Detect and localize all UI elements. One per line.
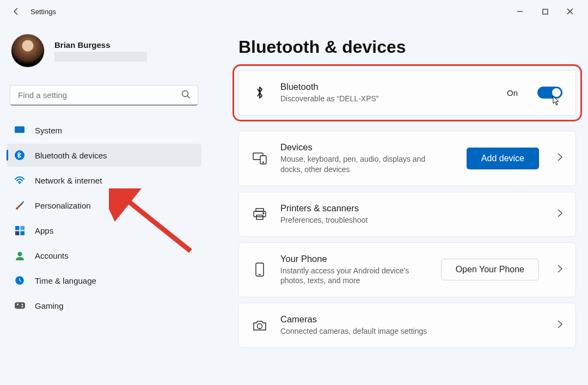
svg-point-19 bbox=[21, 306, 23, 308]
arrow-left-icon bbox=[12, 7, 21, 16]
chevron-right-icon bbox=[558, 209, 562, 220]
svg-rect-13 bbox=[15, 231, 20, 235]
wifi-icon bbox=[14, 175, 25, 186]
card-subtitle: Connected cameras, default image setting… bbox=[280, 326, 539, 337]
svg-rect-12 bbox=[20, 226, 24, 230]
add-device-button[interactable]: Add device bbox=[467, 148, 539, 169]
toggle-state-label: On bbox=[507, 88, 518, 97]
apps-icon bbox=[14, 225, 25, 236]
card-devices[interactable]: Devices Mouse, keyboard, pen, audio, dis… bbox=[238, 131, 576, 186]
svg-rect-14 bbox=[20, 231, 24, 235]
card-title: Your Phone bbox=[280, 254, 428, 264]
card-your-phone[interactable]: Your Phone Instantly access your Android… bbox=[238, 242, 576, 298]
system-icon bbox=[14, 125, 25, 136]
sidebar-item-label: Gaming bbox=[35, 301, 64, 310]
chevron-right-icon bbox=[558, 152, 562, 164]
card-subtitle: Discoverable as “DELL-XPS” bbox=[280, 94, 494, 104]
svg-rect-25 bbox=[256, 215, 263, 219]
close-icon bbox=[567, 8, 573, 15]
svg-rect-23 bbox=[256, 209, 264, 211]
account-email-redacted bbox=[54, 52, 147, 62]
sidebar-item-network[interactable]: Network & internet bbox=[7, 169, 201, 192]
card-subtitle: Instantly access your Android device's p… bbox=[280, 266, 428, 286]
card-printers[interactable]: Printers & scanners Preferences, trouble… bbox=[238, 192, 576, 237]
minimize-icon bbox=[517, 8, 523, 15]
bluetooth-icon bbox=[14, 150, 25, 161]
chevron-right-icon bbox=[558, 320, 562, 331]
open-your-phone-button[interactable]: Open Your Phone bbox=[441, 259, 539, 280]
maximize-icon bbox=[542, 9, 548, 15]
sidebar-item-system[interactable]: System bbox=[7, 119, 201, 142]
globe-clock-icon bbox=[14, 275, 25, 286]
card-subtitle: Preferences, troubleshoot bbox=[280, 215, 539, 225]
card-title: Cameras bbox=[280, 314, 539, 325]
svg-point-4 bbox=[182, 91, 188, 97]
svg-point-26 bbox=[263, 213, 264, 214]
avatar bbox=[11, 34, 45, 68]
printer-icon bbox=[252, 208, 267, 220]
phone-icon bbox=[252, 262, 267, 277]
sidebar-item-gaming[interactable]: Gaming bbox=[7, 294, 201, 317]
svg-point-10 bbox=[16, 207, 18, 210]
camera-icon bbox=[252, 320, 267, 331]
svg-rect-1 bbox=[543, 9, 548, 14]
settings-window: Settings Brian Burgess bbox=[0, 0, 588, 385]
sidebar-item-accounts[interactable]: Accounts bbox=[7, 244, 201, 267]
chevron-right-icon bbox=[558, 264, 562, 276]
card-subtitle: Mouse, keyboard, pen, audio, displays an… bbox=[280, 154, 433, 175]
card-title: Bluetooth bbox=[280, 82, 494, 92]
sidebar-item-label: Personalization bbox=[35, 201, 91, 210]
devices-icon bbox=[252, 152, 267, 164]
sidebar-item-apps[interactable]: Apps bbox=[7, 219, 201, 242]
search-input[interactable] bbox=[10, 85, 198, 106]
sidebar-item-bluetooth-devices[interactable]: Bluetooth & devices bbox=[7, 144, 201, 167]
bluetooth-glyph-icon bbox=[252, 85, 267, 100]
search-wrap bbox=[10, 85, 198, 106]
sidebar-item-label: Accounts bbox=[35, 251, 69, 260]
sidebar: Brian Burgess System bbox=[0, 23, 207, 385]
person-icon bbox=[14, 250, 25, 261]
svg-line-5 bbox=[187, 96, 190, 99]
sidebar-item-label: System bbox=[35, 126, 62, 135]
svg-rect-7 bbox=[15, 127, 24, 132]
window-controls bbox=[507, 1, 583, 22]
card-bluetooth[interactable]: Bluetooth Discoverable as “DELL-XPS” On bbox=[238, 70, 576, 115]
minimize-button[interactable] bbox=[507, 1, 532, 22]
nav-list: System Bluetooth & devices Network & int… bbox=[7, 119, 201, 317]
maximize-button[interactable] bbox=[532, 1, 558, 22]
bluetooth-toggle[interactable] bbox=[537, 87, 562, 99]
svg-point-18 bbox=[21, 304, 23, 305]
titlebar: Settings bbox=[0, 0, 588, 23]
page-title: Bluetooth & devices bbox=[238, 37, 576, 57]
card-title: Printers & scanners bbox=[280, 203, 539, 213]
sidebar-item-personalization[interactable]: Personalization bbox=[7, 194, 201, 217]
sidebar-item-label: Network & internet bbox=[35, 176, 102, 185]
sidebar-item-time-language[interactable]: Time & language bbox=[7, 269, 201, 292]
search-icon bbox=[181, 90, 191, 101]
back-button[interactable] bbox=[5, 1, 27, 22]
app-title: Settings bbox=[30, 8, 56, 16]
account-name: Brian Burgess bbox=[54, 40, 147, 50]
card-title: Devices bbox=[280, 142, 454, 152]
main-panel: Bluetooth & devices Bluetooth Discoverab… bbox=[207, 23, 588, 385]
svg-point-9 bbox=[19, 182, 21, 184]
svg-point-29 bbox=[258, 323, 262, 328]
gaming-icon bbox=[14, 300, 25, 311]
svg-point-22 bbox=[263, 162, 264, 163]
account-header[interactable]: Brian Burgess bbox=[7, 30, 201, 73]
content-area: Brian Burgess System bbox=[0, 23, 588, 385]
svg-rect-11 bbox=[15, 226, 20, 230]
close-button[interactable] bbox=[558, 1, 583, 22]
card-cameras[interactable]: Cameras Connected cameras, default image… bbox=[238, 303, 576, 348]
brush-icon bbox=[14, 200, 25, 211]
sidebar-item-label: Apps bbox=[35, 226, 53, 235]
sidebar-item-label: Time & language bbox=[35, 276, 96, 285]
svg-point-15 bbox=[17, 252, 22, 256]
sidebar-item-label: Bluetooth & devices bbox=[35, 151, 107, 160]
